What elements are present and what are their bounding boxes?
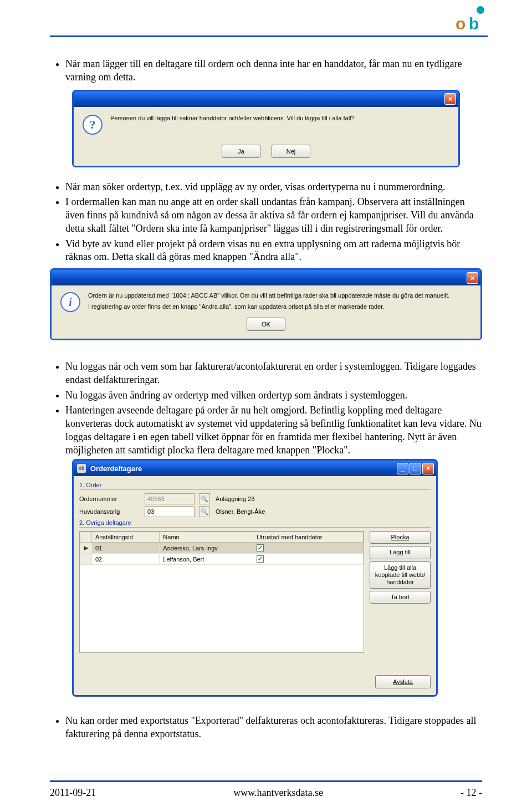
confirm-dialog: × ? Personen du vill lägga till saknar h… [72, 90, 460, 167]
close-icon[interactable]: × [467, 272, 478, 284]
section-header-order[interactable]: 1. Order [79, 482, 431, 490]
section-header-deltagare[interactable]: 2. Övriga deltagare [79, 519, 431, 528]
footer-date: 2011-09-21 [50, 787, 96, 799]
facility-value: Anläggning 23 [216, 496, 254, 502]
footer-url: www.hantverksdata.se [96, 787, 461, 799]
list-item: Nu loggas när och vem som har fakturerat… [65, 360, 482, 387]
col-namn[interactable]: Namn [160, 532, 253, 543]
avsluta-button[interactable]: Avsluta [375, 675, 431, 688]
dialog-titlebar: × [52, 270, 480, 285]
svg-text:b: b [469, 14, 479, 32]
bullet-list-2: När man söker ordertyp, t.ex. vid uppläg… [50, 181, 482, 264]
col-handdator[interactable]: Utrustad med handdator [253, 532, 363, 543]
question-icon: ? [83, 115, 103, 135]
handdator-checkbox[interactable] [257, 544, 264, 551]
list-item: När man lägger till en deltagare till or… [65, 58, 482, 84]
row-marker-icon [80, 554, 92, 565]
orderdeltagare-window: ob Orderdeltagare _ □ × 1. Order Ordernu… [72, 459, 438, 697]
list-item: Nu loggas även ändring av ordertyp med v… [65, 389, 482, 402]
dialog-titlebar: × [74, 91, 458, 107]
window-titlebar: ob Orderdeltagare _ □ × [74, 461, 436, 476]
cell-id: 02 [92, 554, 160, 565]
dialog-message-line: Ordern är nu uppdaterad med "1004 : ABCC… [88, 292, 449, 299]
list-item: Nu kan order med exportstatus "Exportera… [65, 714, 482, 741]
plocka-button[interactable]: Plocka [370, 531, 431, 544]
close-icon[interactable]: × [444, 93, 456, 105]
list-item: Hanteringen avseende deltagare på order … [65, 404, 482, 457]
table-row[interactable]: ▶ 01 Andersko, Lars-Ingv [80, 543, 364, 554]
table-row[interactable]: 02 Leifanson, Bert [80, 554, 364, 565]
list-item: Vid byte av kund eller projekt på ordern… [65, 238, 482, 264]
row-marker-icon: ▶ [80, 543, 92, 554]
dialog-message: Personen du vill lägga till saknar handd… [110, 115, 355, 121]
huvudansvarig-field[interactable]: 03 [145, 506, 195, 517]
lagg-till-alla-button[interactable]: Lägg till alla kopplade till webb/ handd… [370, 561, 431, 589]
minimize-icon[interactable]: _ [397, 463, 408, 474]
yes-button[interactable]: Ja [222, 145, 260, 158]
ordernumber-field: 40563 [145, 493, 195, 504]
footer-page: - 12 - [461, 787, 482, 799]
page-header: o b [0, 0, 532, 45]
col-anstallningsid[interactable]: Anställningsid [92, 532, 160, 543]
info-icon: i [60, 292, 80, 312]
label-ordernumber: Ordernummer [79, 496, 140, 502]
maximize-icon[interactable]: □ [410, 463, 421, 474]
info-dialog: × i Ordern är nu uppdaterad med "1004 : … [50, 268, 482, 340]
app-icon: ob [77, 464, 86, 473]
ta-bort-button[interactable]: Ta bort [370, 591, 431, 604]
cell-name: Andersko, Lars-Ingv [160, 543, 253, 554]
label-huvudansvarig: Huvudansvarig [79, 508, 140, 515]
search-icon[interactable]: 🔍 [199, 506, 210, 517]
dialog-message-line: I registrering av order finns det en kna… [88, 303, 449, 310]
search-icon[interactable]: 🔍 [199, 493, 210, 504]
page-content: När man lägger till en deltagare till or… [50, 55, 482, 743]
bullet-list-1: När man lägger till en deltagare till or… [50, 58, 482, 84]
bullet-list-4: Nu kan order med exportstatus "Exportera… [50, 714, 482, 741]
window-title: Orderdeltagare [90, 464, 392, 473]
brand-logo: o b [454, 6, 488, 32]
handdator-checkbox[interactable] [257, 555, 264, 563]
bullet-list-3: Nu loggas när och vem som har fakturerat… [50, 360, 482, 457]
close-icon[interactable]: × [422, 463, 434, 474]
lagg-till-button[interactable]: Lägg till [370, 546, 431, 559]
footer-rule [50, 780, 482, 782]
svg-text:o: o [456, 14, 466, 32]
page-footer: 2011-09-21 www.hantverksdata.se - 12 - [50, 787, 482, 799]
list-item: När man söker ordertyp, t.ex. vid uppläg… [65, 181, 482, 194]
no-button[interactable]: Nej [272, 145, 310, 158]
svg-point-0 [477, 6, 484, 14]
cell-name: Leifanson, Bert [160, 554, 253, 565]
header-rule [50, 35, 488, 37]
list-item: I ordermallen kan man nu ange att en ord… [65, 196, 482, 235]
huvudansvarig-name: Olsner, Bengt-Åke [216, 508, 265, 515]
ok-button[interactable]: OK [247, 318, 285, 331]
deltagare-grid[interactable]: Anställningsid Namn Utrustad med handdat… [79, 531, 364, 653]
cell-id: 01 [92, 543, 160, 554]
